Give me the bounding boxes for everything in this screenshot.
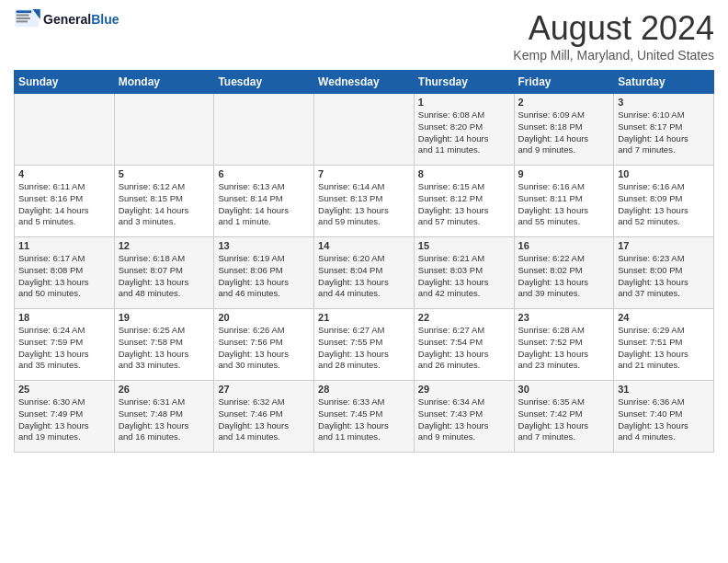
day-info: Sunrise: 6:15 AM Sunset: 8:12 PM Dayligh… — [418, 181, 510, 228]
day-number: 27 — [218, 384, 310, 395]
day-number: 25 — [18, 384, 110, 395]
day-cell: 15Sunrise: 6:21 AM Sunset: 8:03 PM Dayli… — [414, 237, 514, 309]
logo-icon — [14, 9, 41, 29]
day-number: 11 — [18, 240, 110, 251]
day-info: Sunrise: 6:31 AM Sunset: 7:48 PM Dayligh… — [119, 396, 210, 443]
day-info: Sunrise: 6:16 AM Sunset: 8:09 PM Dayligh… — [618, 181, 710, 228]
day-number: 24 — [618, 312, 710, 323]
day-number: 3 — [618, 97, 710, 108]
weekday-header-sunday: Sunday — [15, 71, 115, 94]
day-info: Sunrise: 6:23 AM Sunset: 8:00 PM Dayligh… — [618, 253, 710, 300]
week-row-2: 4Sunrise: 6:11 AM Sunset: 8:16 PM Daylig… — [15, 166, 714, 237]
page-header: GeneralBlue August 2024 Kemp Mill, Maryl… — [14, 9, 714, 63]
day-number: 12 — [119, 240, 210, 251]
day-info: Sunrise: 6:16 AM Sunset: 8:11 PM Dayligh… — [518, 181, 610, 228]
day-cell: 11Sunrise: 6:17 AM Sunset: 8:08 PM Dayli… — [15, 237, 115, 309]
day-cell: 4Sunrise: 6:11 AM Sunset: 8:16 PM Daylig… — [15, 166, 115, 237]
day-cell: 27Sunrise: 6:32 AM Sunset: 7:46 PM Dayli… — [214, 381, 314, 453]
day-cell — [214, 94, 314, 166]
day-cell: 30Sunrise: 6:35 AM Sunset: 7:42 PM Dayli… — [514, 381, 614, 453]
day-info: Sunrise: 6:27 AM Sunset: 7:54 PM Dayligh… — [418, 325, 510, 372]
day-cell: 24Sunrise: 6:29 AM Sunset: 7:51 PM Dayli… — [614, 309, 714, 381]
day-number: 15 — [418, 240, 510, 251]
day-number: 6 — [218, 168, 310, 179]
day-info: Sunrise: 6:28 AM Sunset: 7:52 PM Dayligh… — [518, 325, 610, 372]
day-number: 8 — [418, 168, 510, 179]
day-cell: 10Sunrise: 6:16 AM Sunset: 8:09 PM Dayli… — [614, 166, 714, 237]
day-cell: 28Sunrise: 6:33 AM Sunset: 7:45 PM Dayli… — [314, 381, 415, 453]
day-info: Sunrise: 6:18 AM Sunset: 8:07 PM Dayligh… — [119, 253, 210, 300]
day-cell — [314, 94, 415, 166]
day-number: 1 — [418, 97, 510, 108]
weekday-header-saturday: Saturday — [614, 71, 714, 94]
day-cell: 22Sunrise: 6:27 AM Sunset: 7:54 PM Dayli… — [414, 309, 514, 381]
day-info: Sunrise: 6:34 AM Sunset: 7:43 PM Dayligh… — [418, 396, 510, 443]
day-cell: 13Sunrise: 6:19 AM Sunset: 8:06 PM Dayli… — [214, 237, 314, 309]
day-cell: 31Sunrise: 6:36 AM Sunset: 7:40 PM Dayli… — [614, 381, 714, 453]
week-row-1: 1Sunrise: 6:08 AM Sunset: 8:20 PM Daylig… — [15, 94, 714, 166]
location-subtitle: Kemp Mill, Maryland, United States — [513, 48, 714, 63]
day-number: 21 — [318, 312, 410, 323]
day-info: Sunrise: 6:30 AM Sunset: 7:49 PM Dayligh… — [18, 396, 110, 443]
day-info: Sunrise: 6:08 AM Sunset: 8:20 PM Dayligh… — [418, 109, 510, 156]
day-info: Sunrise: 6:20 AM Sunset: 8:04 PM Dayligh… — [318, 253, 410, 300]
day-cell: 17Sunrise: 6:23 AM Sunset: 8:00 PM Dayli… — [614, 237, 714, 309]
day-cell: 9Sunrise: 6:16 AM Sunset: 8:11 PM Daylig… — [514, 166, 614, 237]
day-number: 16 — [518, 240, 610, 251]
svg-rect-2 — [17, 10, 32, 13]
day-cell: 1Sunrise: 6:08 AM Sunset: 8:20 PM Daylig… — [414, 94, 514, 166]
svg-rect-5 — [17, 20, 28, 22]
logo-text: GeneralBlue — [43, 12, 119, 27]
day-cell: 23Sunrise: 6:28 AM Sunset: 7:52 PM Dayli… — [514, 309, 614, 381]
day-cell: 19Sunrise: 6:25 AM Sunset: 7:58 PM Dayli… — [114, 309, 214, 381]
day-info: Sunrise: 6:17 AM Sunset: 8:08 PM Dayligh… — [18, 253, 110, 300]
day-cell: 2Sunrise: 6:09 AM Sunset: 8:18 PM Daylig… — [514, 94, 614, 166]
day-cell — [114, 94, 214, 166]
weekday-header-wednesday: Wednesday — [314, 71, 415, 94]
day-number: 10 — [618, 168, 710, 179]
day-cell: 21Sunrise: 6:27 AM Sunset: 7:55 PM Dayli… — [314, 309, 415, 381]
day-number: 5 — [119, 168, 210, 179]
day-number: 29 — [418, 384, 510, 395]
day-number: 26 — [119, 384, 210, 395]
weekday-header-monday: Monday — [114, 71, 214, 94]
day-cell: 12Sunrise: 6:18 AM Sunset: 8:07 PM Dayli… — [114, 237, 214, 309]
day-number: 23 — [518, 312, 610, 323]
day-number: 20 — [218, 312, 310, 323]
logo: GeneralBlue — [14, 9, 119, 29]
svg-rect-3 — [17, 15, 29, 17]
day-info: Sunrise: 6:26 AM Sunset: 7:56 PM Dayligh… — [218, 325, 310, 372]
day-info: Sunrise: 6:12 AM Sunset: 8:15 PM Dayligh… — [119, 181, 210, 228]
day-cell: 3Sunrise: 6:10 AM Sunset: 8:17 PM Daylig… — [614, 94, 714, 166]
week-row-4: 18Sunrise: 6:24 AM Sunset: 7:59 PM Dayli… — [15, 309, 714, 381]
day-number: 31 — [618, 384, 710, 395]
week-row-5: 25Sunrise: 6:30 AM Sunset: 7:49 PM Dayli… — [15, 381, 714, 453]
day-info: Sunrise: 6:14 AM Sunset: 8:13 PM Dayligh… — [318, 181, 410, 228]
weekday-header-tuesday: Tuesday — [214, 71, 314, 94]
day-number: 19 — [119, 312, 210, 323]
day-info: Sunrise: 6:36 AM Sunset: 7:40 PM Dayligh… — [618, 396, 710, 443]
day-info: Sunrise: 6:29 AM Sunset: 7:51 PM Dayligh… — [618, 325, 710, 372]
day-info: Sunrise: 6:21 AM Sunset: 8:03 PM Dayligh… — [418, 253, 510, 300]
calendar-table: SundayMondayTuesdayWednesdayThursdayFrid… — [14, 70, 714, 453]
day-cell: 8Sunrise: 6:15 AM Sunset: 8:12 PM Daylig… — [414, 166, 514, 237]
day-number: 7 — [318, 168, 410, 179]
day-info: Sunrise: 6:25 AM Sunset: 7:58 PM Dayligh… — [119, 325, 210, 372]
day-info: Sunrise: 6:13 AM Sunset: 8:14 PM Dayligh… — [218, 181, 310, 228]
day-cell — [15, 94, 115, 166]
day-cell: 20Sunrise: 6:26 AM Sunset: 7:56 PM Dayli… — [214, 309, 314, 381]
day-info: Sunrise: 6:11 AM Sunset: 8:16 PM Dayligh… — [18, 181, 110, 228]
day-cell: 16Sunrise: 6:22 AM Sunset: 8:02 PM Dayli… — [514, 237, 614, 309]
day-cell: 6Sunrise: 6:13 AM Sunset: 8:14 PM Daylig… — [214, 166, 314, 237]
day-cell: 29Sunrise: 6:34 AM Sunset: 7:43 PM Dayli… — [414, 381, 514, 453]
week-row-3: 11Sunrise: 6:17 AM Sunset: 8:08 PM Dayli… — [15, 237, 714, 309]
title-block: August 2024 Kemp Mill, Maryland, United … — [513, 9, 714, 63]
day-cell: 5Sunrise: 6:12 AM Sunset: 8:15 PM Daylig… — [114, 166, 214, 237]
month-year-title: August 2024 — [513, 9, 714, 48]
day-info: Sunrise: 6:09 AM Sunset: 8:18 PM Dayligh… — [518, 109, 610, 156]
day-info: Sunrise: 6:27 AM Sunset: 7:55 PM Dayligh… — [318, 325, 410, 372]
day-cell: 7Sunrise: 6:14 AM Sunset: 8:13 PM Daylig… — [314, 166, 415, 237]
day-number: 17 — [618, 240, 710, 251]
day-number: 18 — [18, 312, 110, 323]
day-cell: 25Sunrise: 6:30 AM Sunset: 7:49 PM Dayli… — [15, 381, 115, 453]
